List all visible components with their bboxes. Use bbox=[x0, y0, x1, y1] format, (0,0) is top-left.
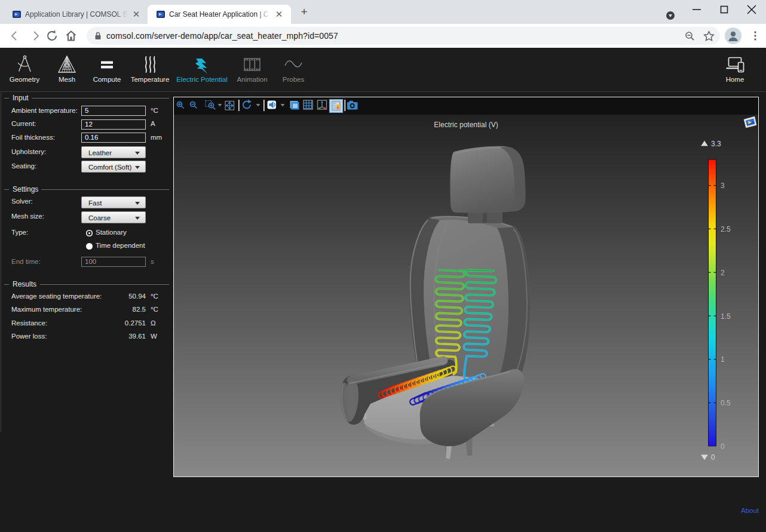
svg-text:0: 0 bbox=[711, 453, 715, 462]
svg-text:Electric potential (V): Electric potential (V) bbox=[434, 121, 498, 129]
svg-text:2.5: 2.5 bbox=[721, 225, 731, 233]
svg-text:1: 1 bbox=[721, 355, 725, 364]
svg-text:0: 0 bbox=[721, 442, 725, 451]
svg-text:3: 3 bbox=[721, 182, 725, 190]
svg-text:0.5: 0.5 bbox=[721, 399, 731, 407]
svg-text:3.3: 3.3 bbox=[711, 140, 721, 148]
svg-text:1.5: 1.5 bbox=[721, 312, 731, 321]
svg-text:2: 2 bbox=[721, 269, 725, 277]
